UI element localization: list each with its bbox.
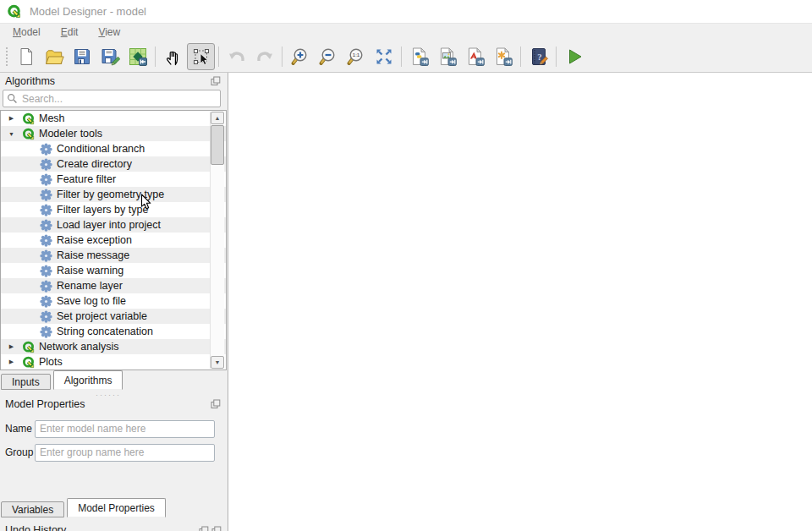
open-folder-icon bbox=[44, 47, 64, 67]
tree-item-raise-warning[interactable]: Raise warning bbox=[1, 263, 226, 278]
menu-view[interactable]: View bbox=[91, 25, 128, 40]
tree-item-feature-filter[interactable]: Feature filter bbox=[1, 172, 226, 187]
tree-group-modeler-tools[interactable]: ▼ Modeler tools bbox=[1, 126, 226, 141]
zoom-in-icon bbox=[290, 47, 310, 67]
gear-icon bbox=[40, 204, 52, 216]
save-model-as-button[interactable] bbox=[96, 43, 123, 70]
zoom-full-button[interactable] bbox=[370, 43, 398, 70]
group-label: Group bbox=[5, 446, 33, 458]
export-pdf-icon bbox=[465, 47, 486, 67]
export-svg-icon bbox=[493, 47, 513, 67]
svg-text:1:1: 1:1 bbox=[352, 52, 359, 57]
menu-model[interactable]: Model bbox=[5, 25, 48, 40]
title-bar: Model Designer - model bbox=[0, 0, 812, 24]
properties-dock-tabs: Variables Model Properties bbox=[1, 498, 168, 517]
float-panel-icon[interactable] bbox=[211, 76, 221, 86]
window-title: Model Designer - model bbox=[30, 5, 146, 18]
tab-model-properties[interactable]: Model Properties bbox=[67, 498, 166, 517]
tab-inputs[interactable]: Inputs bbox=[1, 374, 51, 390]
help-button[interactable]: ? bbox=[524, 43, 552, 70]
toolbar-separator bbox=[556, 47, 557, 67]
tree-group-plots[interactable]: ▶ Plots bbox=[1, 354, 226, 370]
chevron-right-icon[interactable]: ▶ bbox=[7, 343, 16, 350]
run-model-button[interactable] bbox=[560, 43, 588, 70]
help-book-icon: ? bbox=[529, 47, 549, 67]
model-group-input[interactable] bbox=[35, 444, 215, 462]
tree-item-load-layer-into-project[interactable]: Load layer into project bbox=[1, 217, 226, 233]
tree-item-raise-message[interactable]: Raise message bbox=[1, 248, 226, 263]
model-canvas[interactable] bbox=[228, 73, 812, 531]
toolbar-grip[interactable] bbox=[4, 46, 9, 68]
tree-item-string-concatenation[interactable]: String concatenation bbox=[1, 324, 226, 339]
chevron-right-icon[interactable]: ▶ bbox=[7, 115, 16, 122]
new-model-button[interactable] bbox=[12, 43, 40, 70]
tree-item-conditional-branch[interactable]: Conditional branch bbox=[1, 141, 226, 156]
export-as-svg-button[interactable] bbox=[489, 43, 517, 70]
close-icon[interactable] bbox=[211, 526, 222, 531]
scroll-up-icon[interactable]: ▲ bbox=[211, 112, 224, 124]
model-name-row: Name bbox=[0, 419, 228, 438]
save-as-icon bbox=[100, 47, 120, 67]
algorithms-dock-tabs: Inputs Algorithms bbox=[1, 370, 125, 390]
gear-icon bbox=[40, 280, 52, 293]
zoom-1-1-icon: 1:1 bbox=[346, 47, 366, 67]
algorithms-panel-header: Algorithms bbox=[0, 73, 228, 90]
gear-icon bbox=[40, 234, 52, 247]
tab-algorithms[interactable]: Algorithms bbox=[53, 370, 123, 390]
search-input[interactable] bbox=[22, 93, 220, 105]
model-name-input[interactable] bbox=[35, 420, 215, 438]
float-panel-icon[interactable] bbox=[211, 399, 221, 409]
gear-icon bbox=[40, 310, 52, 323]
algorithm-search-box bbox=[3, 90, 221, 107]
zoom-out-button[interactable] bbox=[314, 43, 342, 70]
algorithm-tree: ▶ Mesh ▼ Modeler tools Conditional branc… bbox=[0, 110, 227, 370]
tree-item-rename-layer[interactable]: Rename layer bbox=[1, 278, 226, 293]
tree-item-save-log-to-file[interactable]: Save log to file bbox=[1, 293, 226, 309]
tree-item-set-project-variable[interactable]: Set project variable bbox=[1, 309, 226, 324]
undo-button[interactable] bbox=[222, 43, 250, 70]
export-as-python-button[interactable] bbox=[405, 43, 433, 70]
model-properties-title: Model Properties bbox=[5, 398, 85, 410]
float-panel-icon[interactable] bbox=[199, 526, 209, 531]
export-as-image-button[interactable] bbox=[433, 43, 461, 70]
toolbar-separator bbox=[401, 47, 402, 67]
pan-tool-button[interactable] bbox=[159, 43, 187, 70]
qgis-group-icon bbox=[22, 341, 35, 353]
save-model-in-project-button[interactable] bbox=[123, 43, 151, 70]
redo-button[interactable] bbox=[250, 43, 278, 70]
save-icon bbox=[72, 47, 92, 67]
open-model-button[interactable] bbox=[40, 43, 68, 70]
scrollbar-thumb[interactable] bbox=[211, 125, 224, 165]
chevron-right-icon[interactable]: ▶ bbox=[7, 359, 16, 365]
gear-icon bbox=[40, 143, 52, 156]
zoom-in-button[interactable] bbox=[286, 43, 314, 70]
select-items-icon bbox=[191, 47, 211, 67]
tab-variables[interactable]: Variables bbox=[1, 501, 64, 517]
scroll-down-icon[interactable]: ▼ bbox=[211, 356, 224, 369]
svg-text:?: ? bbox=[537, 51, 542, 61]
tree-item-raise-exception[interactable]: Raise exception bbox=[1, 233, 226, 248]
select-tool-button[interactable] bbox=[187, 43, 215, 70]
qgis-logo-icon bbox=[7, 4, 21, 19]
save-model-button[interactable] bbox=[68, 43, 96, 70]
tree-item-create-directory[interactable]: Create directory bbox=[1, 156, 226, 172]
name-label: Name bbox=[5, 423, 33, 435]
gear-icon bbox=[40, 219, 52, 232]
export-image-icon bbox=[437, 47, 458, 67]
zoom-actual-button[interactable]: 1:1 bbox=[342, 43, 370, 70]
toolbar-separator bbox=[155, 47, 156, 67]
undo-history-panel-header: Undo History bbox=[0, 522, 228, 531]
left-dock-area: Algorithms ▶ Mesh ▼ Modeler tools bbox=[0, 73, 228, 531]
menu-edit[interactable]: Edit bbox=[53, 25, 86, 40]
toolbar-separator bbox=[282, 47, 283, 67]
tree-group-mesh[interactable]: ▶ Mesh bbox=[1, 111, 226, 126]
tree-scrollbar[interactable]: ▲ ▼ bbox=[210, 112, 224, 369]
model-group-row: Group bbox=[0, 443, 228, 462]
tree-group-network-analysis[interactable]: ▶ Network analysis bbox=[1, 339, 226, 354]
zoom-full-icon bbox=[374, 47, 394, 67]
tree-item-filter-by-geometry-type[interactable]: Filter by geometry type bbox=[1, 187, 226, 202]
tree-item-filter-layers-by-type[interactable]: Filter layers by type bbox=[1, 202, 226, 217]
export-as-pdf-button[interactable] bbox=[461, 43, 489, 70]
model-properties-header: Model Properties bbox=[0, 396, 228, 413]
chevron-down-icon[interactable]: ▼ bbox=[7, 131, 16, 137]
